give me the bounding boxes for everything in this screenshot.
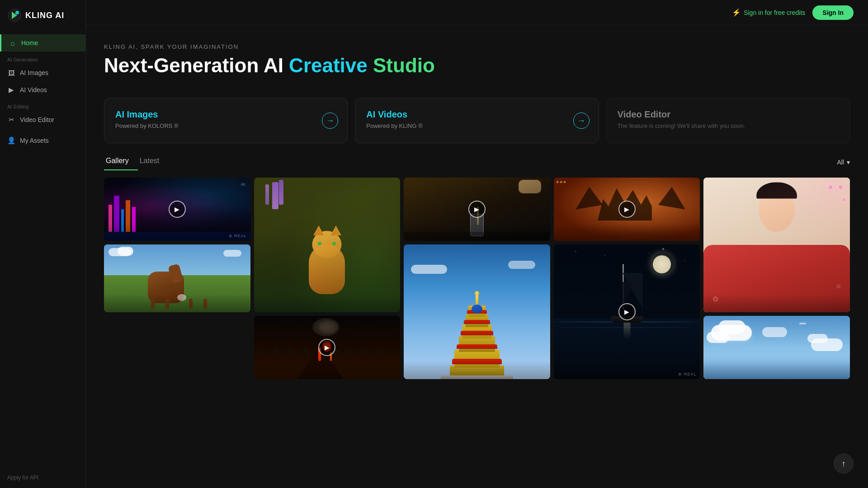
lightning-icon: ⚡ [732,8,741,17]
sign-free-credits-label: Sign in for free credits [744,9,805,16]
sidebar-item-ai-videos-label: AI Videos [20,86,47,94]
gallery-filter-label: All [837,159,844,166]
feature-card-ai-images-arrow[interactable]: → [322,113,338,129]
feature-card-ai-videos-title: AI Videos [366,109,587,120]
gallery-tabs: Gallery Latest [104,154,168,170]
ai-images-icon: 🖼 [7,69,15,77]
logo-text: KLING AI [25,11,64,20]
gallery-header: Gallery Latest All ▾ [104,154,850,170]
sidebar-item-my-assets-label: My Assets [20,137,49,144]
hero-title: Next-Generation AI Creative Studio [104,55,850,76]
play-icon-1: ▶ [169,201,186,218]
hero-title-part1: Next-Generation AI [104,54,289,76]
logo-icon [7,8,22,23]
play-icon-4: ▶ [618,201,636,218]
sidebar-item-my-assets[interactable]: 👤 My Assets [0,132,85,149]
gallery-item-6[interactable] [104,244,250,312]
gallery-item-2[interactable] [254,178,401,312]
scroll-top-button[interactable]: ↑ [834,454,854,474]
gallery-item-10[interactable]: ▶ ⊕ REAL [554,244,700,379]
gallery-item-4[interactable]: ◆ ◆ ◆ ▶ [554,178,700,241]
hero-title-part3: Studio [368,54,435,76]
sidebar-item-video-editor-label: Video Editor [20,116,54,123]
sidebar-item-home[interactable]: ⌂ Home [0,34,85,52]
play-icon-3: ▶ [468,201,486,218]
video-editor-icon: ✂ [7,116,15,124]
tab-latest[interactable]: Latest [138,154,169,170]
watermark-1: ⊕ REAL [229,234,247,238]
gallery-item-8[interactable]: ▶ [254,316,401,379]
hero-subtitle: KLING AI, SPARK YOUR IMAGINATION [104,43,850,50]
gallery-grid: 4K ▶ ⊕ REAL [104,178,850,379]
topbar: ⚡ Sign in for free credits Sign In [86,0,868,25]
gallery-filter[interactable]: All ▾ [837,159,850,166]
feature-card-ai-videos-desc: Powered by KLING ® [366,122,587,129]
watermark-10: ⊕ REAL [678,372,696,376]
sidebar-item-ai-videos[interactable]: ▶ AI Videos [0,81,85,99]
sign-free-credits[interactable]: ⚡ Sign in for free credits [732,8,805,17]
hero-section: KLING AI, SPARK YOUR IMAGINATION Next-Ge… [86,25,868,87]
logo[interactable]: KLING AI [0,0,85,31]
feature-card-video-editor-title: Video Editor [618,109,839,120]
gallery-item-3[interactable]: ▶ [404,178,550,241]
gallery-item-1[interactable]: 4K ▶ ⊕ REAL [104,178,250,241]
chevron-down-icon: ▾ [847,159,850,166]
sidebar: KLING AI ⌂ Home AI Generation 🖼 AI Image… [0,0,86,488]
feature-card-ai-videos-arrow[interactable]: → [573,113,590,129]
apply-api-link[interactable]: Apply for API [0,467,85,488]
feature-card-video-editor-desc: The feature is coming! We'll share with … [618,122,839,129]
gallery-item-11[interactable] [703,316,850,379]
feature-cards: AI Images Powered by KOLORS ® → AI Video… [86,87,868,154]
sidebar-item-home-label: Home [21,39,38,47]
feature-card-video-editor: Video Editor The feature is coming! We'l… [606,98,850,143]
sidebar-item-ai-images-label: AI Images [20,69,48,76]
sidebar-nav: ⌂ Home AI Generation 🖼 AI Images ▶ AI Vi… [0,31,85,467]
play-icon-8: ▶ [318,339,335,356]
my-assets-icon: 👤 [7,136,15,145]
sidebar-item-ai-images[interactable]: 🖼 AI Images [0,64,85,81]
main-content: ⚡ Sign in for free credits Sign In KLING… [86,0,868,488]
play-icon-10: ▶ [618,303,636,320]
feature-card-ai-videos[interactable]: AI Videos Powered by KLING ® → [355,98,599,143]
sign-in-button[interactable]: Sign In [812,5,854,20]
tab-gallery[interactable]: Gallery [104,154,138,170]
gallery-section: Gallery Latest All ▾ [86,154,868,379]
nav-section-ai-generation: AI Generation [0,52,85,64]
feature-card-ai-images-desc: Powered by KOLORS ® [115,122,336,129]
svg-point-2 [15,11,19,14]
sidebar-item-video-editor[interactable]: ✂ Video Editor [0,111,85,128]
feature-card-ai-images[interactable]: AI Images Powered by KOLORS ® → [104,98,348,143]
nav-section-ai-editing: AI Editing [0,99,85,111]
gallery-item-9[interactable] [404,244,550,379]
gallery-item-5[interactable]: 🌸🌸 🌸 ✿ ✿ [703,178,850,312]
home-icon: ⌂ [9,39,17,47]
hero-title-part2: Creative [289,54,368,76]
ai-videos-icon: ▶ [7,86,15,94]
feature-card-ai-images-title: AI Images [115,109,336,120]
